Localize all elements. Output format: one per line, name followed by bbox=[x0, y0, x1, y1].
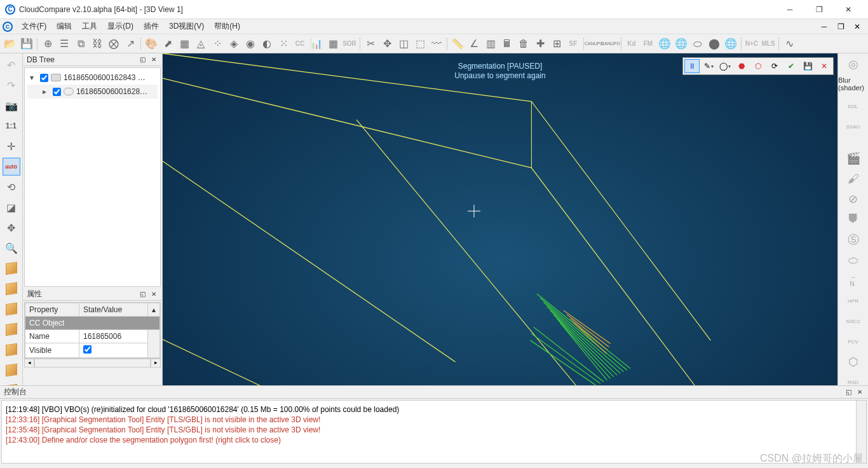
save-icon[interactable]: 💾 bbox=[19, 36, 34, 52]
props-scroll-up[interactable]: ▴ bbox=[148, 303, 160, 317]
props-hscroll[interactable]: ◂▸ bbox=[24, 359, 161, 368]
subsample-icon[interactable]: ⁙ bbox=[276, 36, 291, 52]
left-view-icon[interactable] bbox=[3, 341, 20, 359]
console-body[interactable]: [12:19:48] [VBO] VBO(s) (re)initialized … bbox=[1, 400, 867, 464]
calc-icon[interactable]: 🖩 bbox=[499, 36, 515, 52]
scalar1-icon[interactable]: ◈ bbox=[226, 36, 241, 52]
scalar2-icon[interactable]: ◉ bbox=[243, 36, 258, 52]
mesh-icon[interactable]: ◬ bbox=[193, 36, 208, 52]
angle-icon[interactable]: ∠ bbox=[466, 36, 482, 52]
point-pick-icon[interactable]: ⊕ bbox=[40, 36, 55, 52]
redo-icon[interactable]: ↷ bbox=[3, 76, 20, 94]
menu-display[interactable]: 显示(D) bbox=[102, 20, 139, 33]
zoom-icon[interactable]: 🔍 bbox=[3, 239, 20, 257]
grid-icon[interactable]: ⊞ bbox=[549, 36, 564, 52]
ruler-icon[interactable]: 📏 bbox=[450, 36, 465, 52]
move-icon[interactable]: ✥ bbox=[3, 219, 20, 237]
menu-plugins[interactable]: 插件 bbox=[139, 20, 164, 33]
normals-icon[interactable]: ⬈ bbox=[160, 36, 175, 52]
seg-loop-icon[interactable]: ◯ bbox=[717, 59, 733, 73]
list-icon[interactable]: ☰ bbox=[57, 36, 72, 52]
menu-3dview[interactable]: 3D视图(V) bbox=[164, 20, 209, 33]
console-close-icon[interactable]: ✕ bbox=[855, 388, 864, 397]
iso2-view-icon[interactable] bbox=[3, 280, 20, 298]
label-icon[interactable]: ▦ bbox=[325, 36, 341, 52]
curve-icon[interactable]: ∿ bbox=[782, 36, 797, 52]
sample-icon[interactable]: ⁘ bbox=[210, 36, 225, 52]
rotate-icon[interactable]: ⟲ bbox=[3, 178, 20, 196]
console-float-icon[interactable]: ◱ bbox=[844, 388, 853, 397]
sphere2-icon[interactable]: ⬤ bbox=[707, 36, 722, 52]
section-icon[interactable]: ⬚ bbox=[412, 36, 428, 52]
cylinder-icon[interactable]: ⬭ bbox=[690, 36, 705, 52]
menu-tools[interactable]: 工具 bbox=[77, 20, 102, 33]
scalar3-icon[interactable]: ◐ bbox=[259, 36, 275, 52]
cc-icon[interactable]: CC bbox=[292, 36, 308, 52]
merge-icon[interactable]: ⛓ bbox=[90, 36, 105, 52]
top-view-icon[interactable] bbox=[3, 300, 20, 318]
trash-icon[interactable]: 🗑 bbox=[516, 36, 531, 52]
ssao-icon[interactable]: SSAO bbox=[844, 118, 863, 135]
n-icon[interactable]: →N bbox=[844, 272, 863, 289]
clone-icon[interactable]: ⧉ bbox=[73, 36, 88, 52]
right-view-icon[interactable] bbox=[3, 361, 20, 379]
tree-root-checkbox[interactable] bbox=[40, 74, 48, 82]
db-tree[interactable]: ▾ 16186500600162843 … ▸ 161865006001628… bbox=[24, 67, 161, 287]
properties-table[interactable]: Property State/Value ▴ CC Object Name 16… bbox=[24, 302, 161, 359]
seg-polyline-icon[interactable]: ✎ bbox=[701, 59, 716, 73]
ellipse-icon[interactable]: ⬭ bbox=[844, 252, 863, 268]
m3c2-icon[interactable]: M3C2 bbox=[844, 313, 863, 329]
auto-pick-icon[interactable]: auto bbox=[3, 158, 20, 176]
tree-child-checkbox[interactable] bbox=[53, 88, 61, 96]
bottom-view-icon[interactable] bbox=[3, 320, 20, 338]
hpr-icon[interactable]: HPR bbox=[844, 292, 863, 309]
seg-reset-icon[interactable]: ⟳ bbox=[767, 59, 782, 73]
crop-icon[interactable]: ◫ bbox=[396, 36, 411, 52]
props-float-icon[interactable]: ◱ bbox=[138, 290, 147, 299]
translate-icon[interactable]: ✥ bbox=[379, 36, 395, 52]
perspective-icon[interactable]: ◪ bbox=[3, 198, 20, 216]
seg-in-icon[interactable]: ⬣ bbox=[734, 59, 749, 73]
tree-child-row[interactable]: ▸ 161865006001628… bbox=[27, 85, 158, 99]
trace-icon[interactable]: 〰 bbox=[429, 36, 444, 52]
one-to-one-icon[interactable]: 1:1 bbox=[3, 117, 20, 135]
props-visible-value[interactable] bbox=[79, 343, 147, 358]
sor-icon[interactable]: SOR bbox=[342, 36, 357, 52]
blur-shader-icon[interactable]: ◎ bbox=[844, 56, 863, 72]
menu-file[interactable]: 文件(F) bbox=[17, 20, 51, 33]
octree-icon[interactable]: ▦ bbox=[177, 36, 192, 52]
hex-icon[interactable]: ⬡ bbox=[844, 354, 863, 370]
iso1-view-icon[interactable] bbox=[3, 259, 20, 277]
menu-edit[interactable]: 编辑 bbox=[51, 20, 77, 33]
close-button[interactable]: ✕ bbox=[834, 0, 863, 19]
globe1-icon[interactable]: 🌐 bbox=[657, 36, 672, 52]
mls-icon[interactable]: MLS bbox=[761, 36, 776, 52]
canupo-classify-icon[interactable]: CANUPO bbox=[603, 36, 618, 52]
mdi-minimize[interactable]: ─ bbox=[816, 22, 832, 31]
seg-confirm-icon[interactable]: ✔ bbox=[783, 59, 799, 73]
kd-icon[interactable]: Kd bbox=[624, 36, 639, 52]
canupo-create-icon[interactable]: CANUPO bbox=[587, 36, 602, 52]
clapper-icon[interactable]: 🎬 bbox=[844, 150, 863, 167]
fm-icon[interactable]: FM bbox=[641, 36, 656, 52]
shield-icon[interactable]: ⛊ bbox=[844, 211, 863, 228]
color-icon[interactable]: 🎨 bbox=[144, 36, 159, 52]
segment-icon[interactable]: ✂ bbox=[363, 36, 378, 52]
pick-icon[interactable]: ✛ bbox=[3, 137, 20, 155]
globe2-icon[interactable]: 🌐 bbox=[674, 36, 689, 52]
seg-pause-icon[interactable]: ⏸ bbox=[684, 59, 700, 73]
visible-checkbox[interactable] bbox=[83, 345, 92, 354]
stat-icon[interactable]: 📊 bbox=[309, 36, 324, 52]
menu-help[interactable]: 帮助(H) bbox=[209, 20, 245, 33]
transform-icon[interactable]: ↗ bbox=[123, 36, 138, 52]
sf-icon[interactable]: SF bbox=[566, 36, 581, 52]
wireframe-icon[interactable]: 🌐 bbox=[723, 36, 738, 52]
expander-icon[interactable]: ▸ bbox=[43, 87, 50, 96]
delete-icon[interactable]: ⨂ bbox=[106, 36, 121, 52]
camera-icon[interactable]: 📷 bbox=[3, 97, 20, 114]
maximize-button[interactable]: ❐ bbox=[804, 0, 834, 19]
histo-icon[interactable]: ▥ bbox=[483, 36, 498, 52]
minimize-button[interactable]: ─ bbox=[775, 0, 804, 19]
db-tree-float-icon[interactable]: ◱ bbox=[138, 55, 147, 64]
brush-icon[interactable]: 🖌 bbox=[844, 170, 863, 187]
